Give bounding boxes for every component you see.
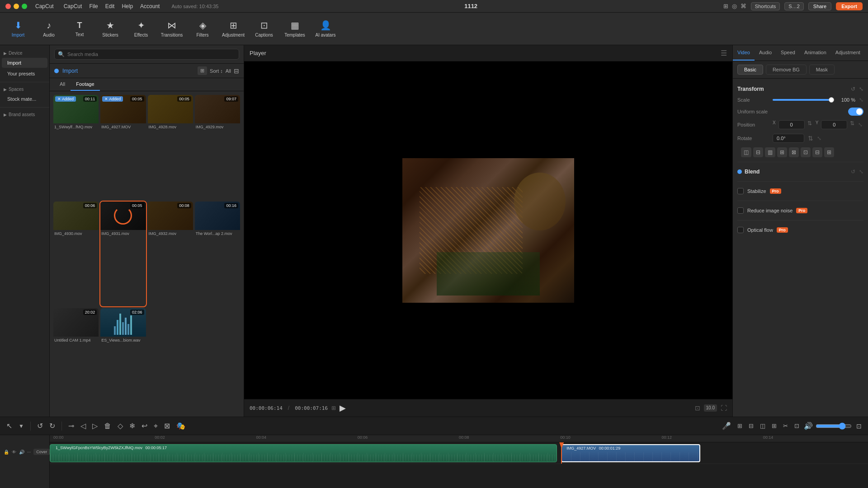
menu-capcut[interactable]: CapCut — [64, 3, 82, 9]
menu-file[interactable]: File — [89, 3, 98, 9]
freeze-button[interactable]: ❄ — [127, 420, 137, 432]
media-item-5[interactable]: 00:06 IMG_4930.mov — [53, 202, 99, 306]
toolbar-filters[interactable]: ◈ Filters — [188, 15, 217, 42]
player-menu-icon[interactable]: ☰ — [721, 49, 727, 57]
sticker-tool-button[interactable]: 🎭 — [175, 420, 187, 432]
subtab-removebg[interactable]: Remove BG — [766, 65, 807, 75]
device-label[interactable]: Device — [9, 51, 23, 56]
toolbar-ai-avatars[interactable]: 👤 AI avatars — [311, 15, 340, 42]
split-button[interactable]: ⊸ — [66, 420, 76, 432]
media-item-3[interactable]: 00:05 IMG_4928.mov — [148, 95, 193, 200]
media-item-6[interactable]: 00:05 IMG_4931.mov — [100, 202, 146, 306]
playhead[interactable] — [561, 442, 562, 464]
subtab-mask[interactable]: Mask — [809, 65, 835, 75]
undo-button[interactable]: ↺ — [35, 420, 45, 432]
media-item-2[interactable]: ✕ Added 00:05 IMG_4927.MOV — [100, 95, 146, 200]
loop-button[interactable]: ↩ — [140, 420, 149, 432]
align-center-h-button[interactable]: ⊟ — [753, 147, 763, 157]
lock-icon[interactable]: 🔒 — [4, 450, 9, 455]
spaces-label[interactable]: Spaces — [9, 87, 24, 92]
x-spinner-icon[interactable]: ⇅ — [807, 120, 812, 129]
tab-audio[interactable]: Audio — [755, 45, 776, 61]
media-item-8[interactable]: 00:16 The Worl...ap 2.mov — [195, 202, 240, 306]
scale-expand-icon[interactable]: ⤡ — [859, 97, 863, 103]
toolbar-effects[interactable]: ✦ Effects — [127, 15, 156, 42]
align-top-button[interactable]: ⊞ — [777, 147, 787, 157]
shortcuts-button[interactable]: Shortcuts — [751, 2, 780, 10]
audio-icon-tl[interactable]: 🔊 — [19, 450, 24, 455]
media-item-10[interactable]: 02:06 ES_Views...biom.wav — [100, 308, 146, 413]
media-item-1[interactable]: ✕ Added 00:11 1_SWwylf...fMQ.mov — [53, 95, 99, 200]
sidebar-item-import[interactable]: Import — [2, 58, 47, 68]
timeline-ctrl-3[interactable]: ◫ — [758, 421, 767, 431]
rotate-expand-icon[interactable]: ⤡ — [817, 135, 821, 141]
cursor-tool-button[interactable]: ↖ — [5, 420, 14, 432]
close-button[interactable] — [5, 4, 11, 9]
crop-button[interactable]: ⊠ — [162, 420, 172, 432]
toolbar-captions[interactable]: ⊡ Captions — [250, 15, 278, 42]
media-item-7[interactable]: 00:08 IMG_4932.mov — [148, 202, 193, 306]
share-button[interactable]: Share — [808, 2, 831, 10]
redo-button[interactable]: ↻ — [47, 420, 57, 432]
toolbar-import[interactable]: ⬇ Import — [4, 15, 33, 42]
trim-button[interactable]: ◁ — [79, 420, 88, 432]
menu-account[interactable]: Account — [140, 3, 160, 9]
tab-animation[interactable]: Animation — [800, 45, 831, 61]
toolbar-adjustment[interactable]: ⊞ Adjustment — [219, 15, 248, 42]
tab-adjustment[interactable]: Adjustment — [831, 45, 865, 61]
main-clip[interactable]: 1_SWwylGFpcnBsYW5lcyByZW5kZXJfMQ.mov 00:… — [50, 444, 557, 462]
rotate-input[interactable] — [773, 134, 804, 143]
selected-clip[interactable]: IMG_4927.MOV 00:00:01:29 — [561, 444, 700, 462]
x-input[interactable] — [778, 120, 805, 129]
export-button[interactable]: Export — [836, 2, 863, 10]
menu-edit[interactable]: Edit — [105, 3, 115, 9]
tab-all[interactable]: All — [54, 78, 71, 91]
position-expand-icon[interactable]: ⤡ — [858, 122, 863, 128]
play-button[interactable]: ▶ — [340, 403, 346, 413]
search-input[interactable] — [54, 49, 239, 60]
tab-speed[interactable]: Speed — [776, 45, 800, 61]
stabilize-checkbox[interactable] — [737, 188, 744, 194]
optical-flow-checkbox[interactable] — [737, 227, 744, 233]
all-filter-button[interactable]: All — [226, 68, 231, 74]
timeline-ctrl-6[interactable]: ⊡ — [793, 421, 801, 431]
align-spread-v-button[interactable]: ⊞ — [824, 147, 834, 157]
toolbar-audio[interactable]: ♪ Audio — [34, 15, 63, 42]
align-center-v-button[interactable]: ⊠ — [789, 147, 799, 157]
media-item-9[interactable]: 20:02 Untitled CAM 1.mp4 — [53, 308, 99, 413]
trim-right-button[interactable]: ▷ — [90, 420, 99, 432]
sort-button[interactable]: Sort ↕ — [210, 68, 223, 74]
sidebar-item-your-presets[interactable]: Your presets — [2, 69, 47, 79]
align-spread-h-button[interactable]: ⊟ — [812, 147, 822, 157]
media-item-4[interactable]: 09:07 IMG_4929.mov — [195, 95, 240, 200]
tab-video[interactable]: Video — [733, 45, 755, 61]
toolbar-transitions[interactable]: ⋈ Transitions — [157, 15, 186, 42]
uniform-scale-toggle[interactable] — [848, 108, 863, 116]
timeline-tool-dropdown[interactable]: ▼ — [17, 421, 26, 431]
timeline-ctrl-4[interactable]: ⊞ — [770, 421, 778, 431]
toolbar-templates[interactable]: ▦ Templates — [280, 15, 309, 42]
timeline-ctrl-1[interactable]: ⊞ — [736, 421, 744, 431]
reduce-noise-checkbox[interactable] — [737, 207, 744, 214]
delete-button[interactable]: 🗑 — [102, 420, 113, 432]
eye-icon[interactable]: 👁 — [12, 450, 16, 455]
tab-app[interactable]: App ► — [865, 45, 868, 61]
align-left-button[interactable]: ◫ — [741, 147, 751, 157]
fullscreen-icon[interactable]: ⊡ — [695, 404, 700, 412]
diamond-button[interactable]: ◇ — [116, 420, 125, 432]
grid-view-button[interactable]: ⊞ — [198, 66, 207, 75]
y-spinner-icon[interactable]: ⇅ — [850, 120, 854, 129]
rotate-spinner-icon[interactable]: ⇅ — [808, 135, 813, 142]
filter-button[interactable]: ⊟ — [234, 67, 239, 75]
maximize-button[interactable] — [22, 4, 27, 9]
expand-section-icon[interactable]: ⤡ — [859, 86, 863, 92]
mic-button[interactable]: 🎤 — [720, 420, 733, 432]
import-label[interactable]: Import — [62, 68, 78, 74]
menu-help[interactable]: Help — [122, 3, 133, 9]
mirror-button[interactable]: ⌖ — [152, 420, 160, 432]
align-right-button[interactable]: ▥ — [765, 147, 775, 157]
timeline-ctrl-5[interactable]: ✂ — [781, 421, 790, 431]
tab-footage[interactable]: Footage — [71, 78, 99, 91]
subtab-basic[interactable]: Basic — [737, 65, 763, 75]
scale-slider[interactable] — [773, 99, 831, 101]
